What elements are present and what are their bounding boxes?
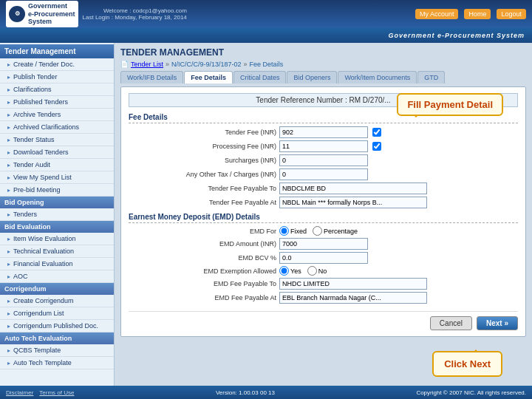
breadcrumb-tender-list[interactable]: Tender List bbox=[131, 61, 163, 68]
tab-work-docs[interactable]: Work/Item Documents bbox=[338, 71, 417, 83]
fee-payable-to-label: Tender Fee Payable To bbox=[129, 185, 276, 192]
sidebar-item-publish-tender[interactable]: Publish Tender bbox=[0, 71, 114, 83]
other-tax-label: Any Other Tax / Charges (INR) bbox=[129, 171, 276, 178]
emd-no-option[interactable]: No bbox=[307, 266, 327, 276]
sidebar-item-tender-status[interactable]: Tender Status bbox=[0, 134, 114, 146]
breadcrumb-current: Fee Details bbox=[250, 61, 284, 68]
sidebar-item-view-spend[interactable]: View My Spend List bbox=[0, 171, 114, 184]
logo-text: Government e-Procurement System bbox=[28, 2, 75, 26]
sidebar-item-prebid[interactable]: Pre-bid Meeting bbox=[0, 184, 114, 197]
breadcrumb-icon: 📄 bbox=[120, 61, 129, 68]
footer-version: Version: 1.00.03 00 13 bbox=[216, 389, 275, 396]
emd-yes-radio[interactable] bbox=[279, 266, 289, 276]
emd-bcv-input[interactable] bbox=[279, 252, 368, 264]
sidebar-corrigendum-title: Corrigendum bbox=[0, 283, 114, 295]
emd-payable-at-row: EMD Fee Payable At bbox=[129, 292, 518, 304]
sidebar: Tender Management Create / Tender Doc. P… bbox=[0, 43, 115, 399]
processing-fee-row: Processing Fee (INR) bbox=[129, 140, 518, 152]
logout-button[interactable]: Logout bbox=[497, 9, 526, 19]
surcharges-input[interactable] bbox=[279, 154, 368, 166]
page-title: TENDER MANAGEMENT bbox=[120, 47, 526, 58]
processing-fee-label: Processing Fee (INR) bbox=[129, 143, 276, 150]
other-tax-input[interactable] bbox=[279, 168, 368, 180]
fee-payable-at-input[interactable] bbox=[279, 197, 427, 208]
sidebar-item-archived-clarifications[interactable]: Archived Clarifications bbox=[0, 121, 114, 134]
emd-exemption-row: EMD Exemption Allowed Yes No bbox=[129, 266, 518, 276]
emd-amount-label: EMD Amount (INR) bbox=[129, 240, 276, 248]
gov-logo-icon: ⚙ bbox=[9, 6, 25, 22]
processing-fee-input[interactable] bbox=[279, 140, 368, 152]
sidebar-item-published-tenders[interactable]: Published Tenders bbox=[0, 96, 114, 109]
disclaimer-link[interactable]: Disclaimer bbox=[6, 389, 33, 396]
tab-fee-details[interactable]: Fee Details bbox=[184, 71, 233, 83]
sidebar-item-qcbs[interactable]: QCBS Template bbox=[0, 344, 114, 357]
content-area: TENDER MANAGEMENT 📄 Tender List » N/IC/C… bbox=[115, 43, 532, 399]
fee-payable-at-row: Tender Fee Payable At bbox=[129, 197, 518, 208]
tender-fee-input[interactable] bbox=[279, 126, 368, 138]
emd-bcv-row: EMD BCV % bbox=[129, 252, 518, 264]
emd-payable-to-input[interactable] bbox=[279, 278, 427, 290]
home-button[interactable]: Home bbox=[464, 9, 491, 19]
tab-gtd[interactable]: GTD bbox=[417, 71, 445, 83]
sidebar-section-title: Tender Management bbox=[0, 44, 114, 58]
sidebar-item-create-corrigendum[interactable]: Create Corrigendum bbox=[0, 295, 114, 307]
tab-bar: Work/IFB Details Fee Details Critical Da… bbox=[120, 71, 526, 83]
emd-for-row: EMD For Fixed Percentage bbox=[129, 226, 518, 236]
next-button[interactable]: Next » bbox=[477, 316, 518, 330]
processing-fee-checkbox[interactable] bbox=[372, 142, 381, 151]
fee-payable-to-input[interactable] bbox=[279, 183, 427, 194]
tender-fee-row: Tender Fee (INR) bbox=[129, 126, 518, 138]
click-next-annotation: Click Next bbox=[432, 351, 502, 377]
sidebar-item-item-wise[interactable]: Item Wise Evaluation bbox=[0, 233, 114, 245]
tender-fee-checkbox[interactable] bbox=[372, 128, 381, 137]
terms-link[interactable]: Terms of Use bbox=[39, 389, 74, 396]
emd-payable-to-row: EMD Fee Payable To bbox=[129, 278, 518, 290]
cancel-button[interactable]: Cancel bbox=[430, 316, 472, 330]
sidebar-item-tender-audit[interactable]: Tender Audit bbox=[0, 159, 114, 171]
sidebar-item-archive-tenders[interactable]: Archive Tenders bbox=[0, 109, 114, 121]
header-left: ⚙ Government e-Procurement System Welcom… bbox=[6, 1, 187, 27]
sidebar-item-aoc[interactable]: AOC bbox=[0, 270, 114, 283]
tab-critical-dates[interactable]: Critical Dates bbox=[233, 71, 287, 83]
footer-links: Disclaimer Terms of Use bbox=[6, 389, 74, 396]
my-account-button[interactable]: My Account bbox=[415, 9, 459, 19]
sidebar-item-corrigendum-list[interactable]: Corrigendum List bbox=[0, 307, 114, 320]
sidebar-item-create-tender[interactable]: Create / Tender Doc. bbox=[0, 58, 114, 71]
fill-payment-tooltip: Fill Payment Detail bbox=[397, 93, 503, 116]
emd-percentage-option[interactable]: Percentage bbox=[313, 226, 358, 236]
emd-bcv-label: EMD BCV % bbox=[129, 254, 276, 262]
emd-fixed-option[interactable]: Fixed bbox=[279, 226, 307, 236]
sidebar-item-download-tenders[interactable]: Download Tenders bbox=[0, 146, 114, 159]
main-layout: Tender Management Create / Tender Doc. P… bbox=[0, 43, 532, 399]
emd-exemption-label: EMD Exemption Allowed bbox=[129, 267, 276, 275]
sub-header: Government e-Procurement System bbox=[0, 28, 532, 43]
emd-percentage-radio[interactable] bbox=[313, 226, 322, 236]
emd-for-label: EMD For bbox=[129, 228, 276, 235]
sidebar-item-clarifications[interactable]: Clarifications bbox=[0, 83, 114, 96]
emd-no-radio[interactable] bbox=[307, 266, 317, 276]
emd-payable-at-input[interactable] bbox=[279, 292, 427, 304]
form-panel: Fill Payment Detail Tender Reference Num… bbox=[120, 86, 526, 337]
sidebar-item-tech-eval[interactable]: Technical Evaluation bbox=[0, 245, 114, 258]
emd-yes-option[interactable]: Yes bbox=[279, 266, 301, 276]
surcharges-label: Surcharges (INR) bbox=[129, 157, 276, 164]
sidebar-item-auto-tech[interactable]: Auto Tech Template bbox=[0, 357, 114, 369]
fee-payable-to-row: Tender Fee Payable To bbox=[129, 183, 518, 194]
breadcrumb: 📄 Tender List » N/IC/C/C/9-9/13/187-02 »… bbox=[120, 61, 526, 68]
tab-work-ifb[interactable]: Work/IFB Details bbox=[120, 71, 183, 83]
emd-fixed-radio[interactable] bbox=[279, 226, 289, 236]
emd-payable-at-label: EMD Fee Payable At bbox=[129, 294, 276, 301]
header: ⚙ Government e-Procurement System Welcom… bbox=[0, 0, 532, 28]
sidebar-item-tenders[interactable]: Tenders bbox=[0, 208, 114, 221]
emd-amount-row: EMD Amount (INR) bbox=[129, 238, 518, 250]
emd-payable-to-label: EMD Fee Payable To bbox=[129, 280, 276, 287]
tab-bid-openers[interactable]: Bid Openers bbox=[287, 71, 337, 83]
emd-for-radio: Fixed Percentage bbox=[279, 226, 358, 236]
footer: Disclaimer Terms of Use Version: 1.00.03… bbox=[0, 386, 532, 399]
header-right: My Account Home Logout bbox=[415, 9, 526, 19]
sidebar-item-corrigendum-published[interactable]: Corrigendum Published Doc. bbox=[0, 320, 114, 332]
sidebar-item-financial-eval[interactable]: Financial Evaluation bbox=[0, 258, 114, 270]
emd-exemption-radio: Yes No bbox=[279, 266, 327, 276]
emd-amount-input[interactable] bbox=[279, 238, 368, 250]
sidebar-bid-opening-title: Bid Opening bbox=[0, 197, 114, 208]
